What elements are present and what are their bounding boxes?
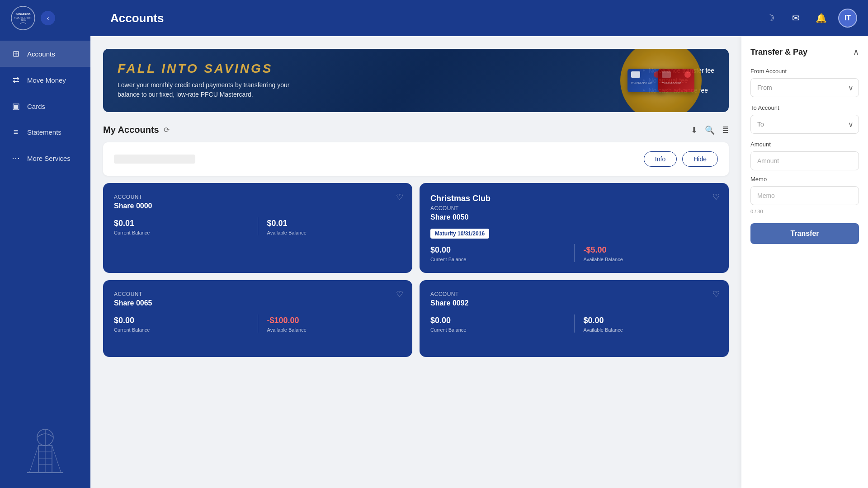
user-avatar-button[interactable]: IT	[838, 9, 857, 28]
section-actions: ⬇ 🔍 ≣	[691, 125, 729, 135]
bell-icon: 🔔	[816, 13, 827, 23]
messages-button[interactable]: ✉	[788, 10, 804, 26]
current-balance-label-1: Current Balance	[430, 257, 565, 262]
info-button[interactable]: Info	[644, 151, 677, 167]
hide-button[interactable]: Hide	[682, 151, 718, 167]
document-icon: ≡	[11, 127, 21, 137]
available-balance-amount-3: $0.00	[584, 316, 718, 325]
account-card-2: ♡ Account Share 0065 $0.00 Current Balan…	[103, 280, 412, 357]
sidebar-collapse-button[interactable]: ‹	[41, 11, 55, 25]
card-visual-red: MASTERCARD	[658, 69, 694, 92]
available-balance-label-0: Available Balance	[267, 230, 402, 235]
card-icon: ▣	[11, 101, 21, 111]
available-balance-section-1: -$5.00 Available Balance	[584, 245, 718, 262]
sidebar-move-money-label: Move Money	[27, 76, 66, 84]
memo-input[interactable]	[750, 186, 859, 205]
transfer-panel: Transfer & Pay ∧ From Account From ∨ To …	[741, 36, 868, 488]
building-illustration	[0, 420, 90, 488]
content-area: FALL INTO SAVINGS Lower your monthly cre…	[90, 36, 741, 488]
transfer-panel-title: Transfer & Pay	[750, 47, 807, 57]
amount-group: Amount	[750, 141, 859, 174]
to-account-select[interactable]: To	[750, 115, 859, 134]
header-icons: ☽ ✉ 🔔 IT	[762, 9, 857, 28]
account-card-3: ♡ Account Share 0092 $0.00 Current Balan…	[420, 280, 729, 357]
balance-divider-0	[258, 217, 258, 235]
search-icon-button[interactable]: 🔍	[705, 125, 715, 135]
chevron-up-icon: ∧	[853, 47, 859, 56]
available-balance-label-1: Available Balance	[584, 257, 718, 262]
logo-area: PASADENA FEDERAL CREDIT UNION ‹	[11, 6, 101, 30]
sidebar-item-accounts[interactable]: ⊞ Accounts	[0, 41, 90, 67]
sidebar-item-statements[interactable]: ≡ Statements	[0, 119, 90, 145]
sidebar: ⊞ Accounts ⇄ Move Money ▣ Cards ≡ Statem…	[0, 36, 90, 488]
grid-icon: ⊞	[11, 49, 21, 59]
sidebar-item-more-services[interactable]: ⋯ More Services	[0, 145, 90, 171]
favorite-button-1[interactable]: ♡	[712, 192, 720, 202]
top-header: PASADENA FEDERAL CREDIT UNION ‹ Accounts…	[0, 0, 868, 36]
current-balance-section-2: $0.00 Current Balance	[114, 316, 249, 333]
sidebar-item-move-money[interactable]: ⇄ Move Money	[0, 67, 90, 93]
account-name-placeholder	[114, 155, 195, 164]
accounts-grid: ♡ Account Share 0000 $0.01 Current Balan…	[103, 183, 729, 357]
available-balance-section-3: $0.00 Available Balance	[584, 316, 718, 333]
sidebar-more-services-label: More Services	[27, 155, 71, 162]
current-balance-amount-3: $0.00	[430, 316, 565, 325]
account-card-label-1: Account	[430, 205, 718, 211]
current-balance-section-0: $0.01 Current Balance	[114, 219, 249, 235]
current-balance-label-3: Current Balance	[430, 327, 565, 333]
balance-row-2: $0.00 Current Balance -$100.00 Available…	[114, 314, 401, 333]
to-account-select-wrapper: To ∨	[750, 115, 859, 134]
transfer-panel-header: Transfer & Pay ∧	[750, 47, 859, 57]
sidebar-accounts-label: Accounts	[27, 50, 55, 58]
banner-content: FALL INTO SAVINGS Lower your monthly cre…	[118, 61, 625, 99]
account-card-0: ♡ Account Share 0000 $0.01 Current Balan…	[103, 183, 412, 273]
transfer-icon: ⇄	[11, 75, 21, 85]
refresh-accounts-button[interactable]: ⟳	[164, 126, 170, 134]
notifications-button[interactable]: 🔔	[813, 10, 829, 26]
accounts-section-header: My Accounts ⟳ ⬇ 🔍 ≣	[103, 125, 729, 135]
char-count: 0 / 30	[750, 209, 859, 214]
account-card-label-2: Account	[114, 291, 401, 297]
sidebar-item-cards[interactable]: ▣ Cards	[0, 93, 90, 119]
avatar-initials: IT	[844, 14, 851, 22]
svg-text:UNION: UNION	[20, 19, 27, 22]
to-account-group: To Account To ∨	[750, 104, 859, 134]
pfcu-logo-icon: PASADENA FEDERAL CREDIT UNION	[11, 6, 35, 30]
available-balance-section-2: -$100.00 Available Balance	[267, 316, 402, 333]
available-balance-label-3: Available Balance	[584, 327, 718, 333]
accounts-section-title: My Accounts	[103, 125, 159, 135]
panel-collapse-button[interactable]: ∧	[853, 47, 859, 57]
from-account-select-wrapper: From ∨	[750, 78, 859, 97]
current-balance-section-1: $0.00 Current Balance	[430, 245, 565, 262]
download-icon-button[interactable]: ⬇	[691, 125, 698, 135]
available-balance-amount-0: $0.01	[267, 219, 402, 228]
from-account-group: From Account From ∨	[750, 68, 859, 97]
account-card-label-0: Account	[114, 194, 401, 200]
main-layout: ⊞ Accounts ⇄ Move Money ▣ Cards ≡ Statem…	[0, 36, 868, 488]
account-card-title-1: Christmas Club	[430, 194, 718, 203]
current-balance-label-2: Current Balance	[114, 327, 249, 333]
account-card-name-2: Share 0065	[114, 299, 401, 307]
banner-circle-decoration: PASADENA FCU MASTERCARD	[620, 49, 702, 112]
account-top-row: Info Hide	[103, 142, 729, 176]
account-card-1: ♡ Christmas Club Account Share 0050 Matu…	[420, 183, 729, 273]
available-balance-label-2: Available Balance	[267, 327, 402, 333]
balance-divider-2	[258, 314, 258, 333]
svg-text:PASADENA: PASADENA	[15, 13, 31, 15]
dark-mode-toggle[interactable]: ☽	[762, 10, 778, 26]
account-card-name-0: Share 0000	[114, 202, 401, 210]
transfer-button[interactable]: Transfer	[750, 223, 859, 244]
available-balance-amount-1: -$5.00	[584, 245, 718, 255]
balance-row-1: $0.00 Current Balance -$5.00 Available B…	[430, 244, 718, 262]
account-card-name-1: Share 0050	[430, 213, 718, 221]
view-toggle-button[interactable]: ≣	[722, 125, 729, 135]
account-card-name-3: Share 0092	[430, 299, 718, 307]
from-account-select[interactable]: From	[750, 78, 859, 97]
memo-group: Memo 0 / 30	[750, 176, 859, 214]
maturity-badge-1: Maturity 10/31/2016	[430, 229, 489, 239]
memo-label: Memo	[750, 176, 859, 183]
amount-input[interactable]	[750, 151, 859, 170]
current-balance-amount-0: $0.01	[114, 219, 249, 228]
to-account-label: To Account	[750, 104, 859, 111]
current-balance-section-3: $0.00 Current Balance	[430, 316, 565, 333]
